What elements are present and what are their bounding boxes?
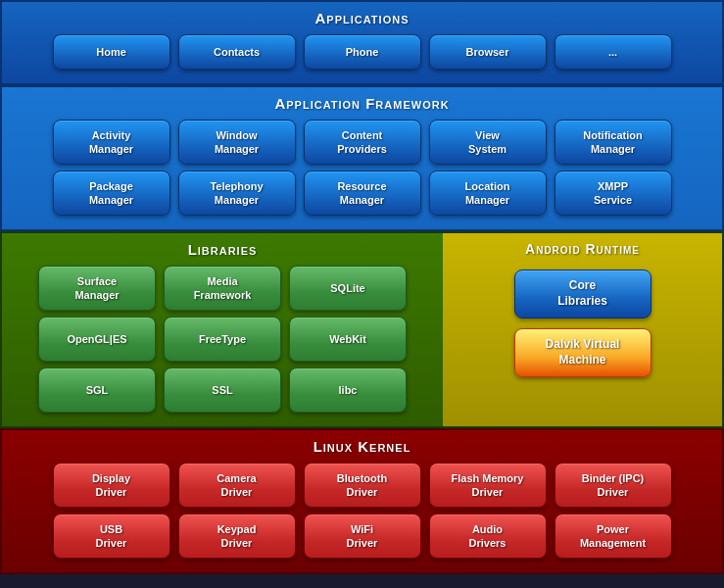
audio-drivers-btn[interactable]: AudioDrivers <box>429 514 547 559</box>
power-management-btn[interactable]: PowerManagement <box>555 514 672 559</box>
resource-manager-btn[interactable]: ResourceManager <box>304 171 421 216</box>
framework-row2: PackageManager TelephonyManager Resource… <box>12 171 712 216</box>
sgl-btn[interactable]: SGL <box>38 368 156 413</box>
libraries-title: Libraries <box>12 241 433 258</box>
libraries-section: Libraries SurfaceManager MediaFramework … <box>2 233 443 426</box>
kernel-section: Linux Kernel DisplayDriver CameraDriver … <box>0 428 724 574</box>
view-system-btn[interactable]: ViewSystem <box>429 120 547 165</box>
ssl-btn[interactable]: SSL <box>164 368 281 413</box>
android-runtime-section: Android Runtime CoreLibraries Dalvik Vir… <box>443 233 722 426</box>
kernel-title: Linux Kernel <box>12 438 712 455</box>
usb-driver-btn[interactable]: USBDriver <box>53 514 170 559</box>
activity-manager-btn[interactable]: ActivityManager <box>53 120 170 165</box>
binder-ipc-driver-btn[interactable]: Binder (IPC)Driver <box>555 463 672 508</box>
middle-section: Libraries SurfaceManager MediaFramework … <box>0 231 724 428</box>
webkit-btn[interactable]: WebKit <box>289 317 407 362</box>
sqlite-btn[interactable]: SQLite <box>289 266 407 311</box>
kernel-row1: DisplayDriver CameraDriver BluetoothDriv… <box>12 463 712 508</box>
app-phone-btn[interactable]: Phone <box>304 34 421 70</box>
media-framework-btn[interactable]: MediaFramework <box>164 266 281 311</box>
framework-row1: ActivityManager WindowManager ContentPro… <box>12 120 712 165</box>
keypad-driver-btn[interactable]: KeypadDriver <box>178 514 296 559</box>
app-home-btn[interactable]: Home <box>53 34 170 70</box>
package-manager-btn[interactable]: PackageManager <box>53 171 170 216</box>
notification-manager-btn[interactable]: NotificationManager <box>555 120 672 165</box>
libc-btn[interactable]: libc <box>289 368 407 413</box>
display-driver-btn[interactable]: DisplayDriver <box>53 463 170 508</box>
surface-manager-btn[interactable]: SurfaceManager <box>38 266 156 311</box>
app-browser-btn[interactable]: Browser <box>429 34 547 70</box>
flash-memory-driver-btn[interactable]: Flash MemoryDriver <box>429 463 547 508</box>
telephony-manager-btn[interactable]: TelephonyManager <box>178 171 296 216</box>
content-providers-btn[interactable]: ContentProviders <box>304 120 421 165</box>
xmpp-service-btn[interactable]: XMPPService <box>555 171 672 216</box>
bluetooth-driver-btn[interactable]: BluetoothDriver <box>304 463 421 508</box>
applications-title: Applications <box>12 10 712 26</box>
framework-title: Application Framework <box>12 95 712 112</box>
opengl-es-btn[interactable]: OpenGL|ES <box>38 317 156 362</box>
android-runtime-title: Android Runtime <box>525 241 640 257</box>
main-container: Applications Home Contacts Phone Browser… <box>0 0 724 574</box>
runtime-buttons: CoreLibraries Dalvik VirtualMachine <box>514 270 652 377</box>
kernel-row2: USBDriver KeypadDriver WiFiDriver AudioD… <box>12 514 712 559</box>
camera-driver-btn[interactable]: CameraDriver <box>178 463 296 508</box>
dalvik-vm-btn[interactable]: Dalvik VirtualMachine <box>514 328 652 377</box>
app-contacts-btn[interactable]: Contacts <box>178 34 296 70</box>
app-more-btn[interactable]: ... <box>555 34 672 70</box>
libraries-row3: SGL SSL libc <box>12 368 433 413</box>
core-libraries-btn[interactable]: CoreLibraries <box>514 270 652 318</box>
applications-row: Home Contacts Phone Browser ... <box>12 34 712 70</box>
freetype-btn[interactable]: FreeType <box>164 317 281 362</box>
wifi-driver-btn[interactable]: WiFiDriver <box>304 514 421 559</box>
libraries-row1: SurfaceManager MediaFramework SQLite <box>12 266 433 311</box>
location-manager-btn[interactable]: LocationManager <box>429 171 547 216</box>
libraries-row2: OpenGL|ES FreeType WebKit <box>12 317 433 362</box>
applications-section: Applications Home Contacts Phone Browser… <box>0 0 724 85</box>
framework-section: Application Framework ActivityManager Wi… <box>0 85 724 231</box>
window-manager-btn[interactable]: WindowManager <box>178 120 296 165</box>
